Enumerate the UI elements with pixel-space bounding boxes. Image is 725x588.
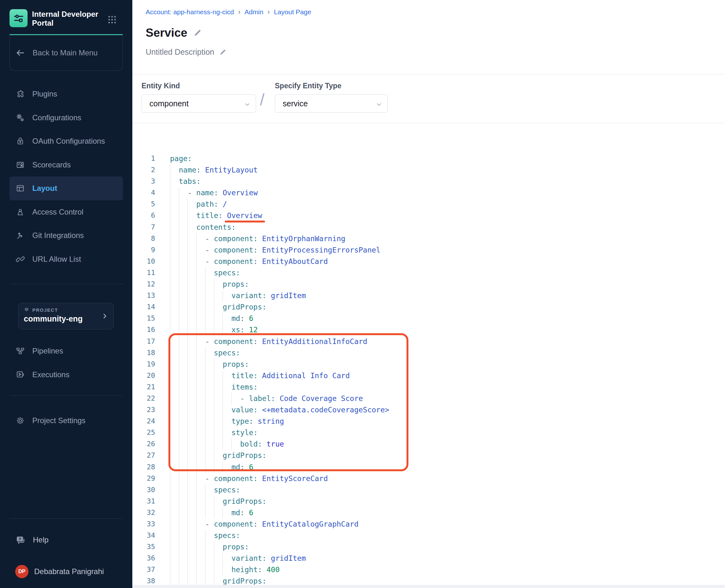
- sidebar-item-layout[interactable]: Layout: [9, 176, 123, 200]
- indent-guide: [187, 393, 188, 404]
- back-to-main-menu[interactable]: Back to Main Menu: [9, 34, 123, 71]
- sidebar-item-url-allow-list[interactable]: URL Allow List: [9, 248, 123, 271]
- breadcrumb-link-account-app-harness-ng-cicd[interactable]: Account: app-harness-ng-cicd: [146, 8, 234, 16]
- indent-guide: [179, 267, 179, 278]
- sidebar: Internal Developer Portal Back to Main M…: [0, 0, 132, 588]
- sidebar-item-executions[interactable]: Executions: [9, 363, 123, 387]
- line-number: 19: [132, 359, 155, 370]
- admin-nav: PluginsConfigurationsOAuth Configuration…: [9, 82, 123, 271]
- entity-type-select[interactable]: service: [275, 94, 388, 113]
- code-content: - label: Code Coverage Score: [170, 393, 363, 404]
- indent-guide: [179, 198, 179, 210]
- indent-guide: [196, 233, 196, 244]
- indent-guide: [196, 507, 196, 518]
- indent-guide: [170, 530, 170, 541]
- edit-description-button[interactable]: [219, 48, 227, 56]
- breadcrumb-separator: ›: [268, 7, 270, 16]
- entity-kind-select[interactable]: component: [142, 94, 256, 113]
- gears-icon: [15, 113, 25, 123]
- yaml-editor[interactable]: 1page:2name: EntityLayout3tabs:4- name: …: [132, 153, 725, 587]
- indent-guide: [196, 290, 196, 301]
- user-menu[interactable]: DP Debabrata Panigrahi: [9, 560, 123, 583]
- sidebar-item-scorecards[interactable]: Scorecards: [9, 153, 123, 177]
- indent-guide: [179, 187, 179, 198]
- indent-guide: [196, 461, 196, 473]
- sidebar-item-label: Git Integrations: [32, 231, 84, 240]
- indent-guide: [214, 507, 214, 518]
- yaml-key: tabs:: [179, 177, 201, 186]
- indent-guide: [179, 530, 179, 541]
- avatar: DP: [15, 565, 28, 578]
- project-name: community-eng: [24, 314, 108, 323]
- edit-title-button[interactable]: [193, 28, 202, 37]
- project-label: PROJECT: [32, 307, 58, 313]
- line-number: 17: [132, 336, 155, 347]
- sidebar-item-pipelines[interactable]: Pipelines: [9, 339, 123, 363]
- yaml-key: specs:: [214, 269, 240, 277]
- line-number: 31: [132, 496, 155, 507]
- sidebar-item-access-control[interactable]: Access Control: [9, 200, 123, 224]
- indent-guide: [223, 324, 223, 335]
- yaml-value: EntityAboutCard: [262, 257, 328, 266]
- code-line: 4- name: Overview: [132, 187, 725, 198]
- indent-guide: [179, 461, 179, 473]
- yaml-value: gridItem: [271, 554, 306, 562]
- yaml-dash: -: [205, 234, 214, 243]
- project-selector[interactable]: PROJECT community-eng: [18, 303, 113, 330]
- code-line: 14gridProps:: [132, 301, 725, 313]
- sidebar-item-git-integrations[interactable]: Git Integrations: [9, 224, 123, 248]
- indent-guide: [196, 324, 196, 335]
- scorecard-icon: [15, 160, 25, 170]
- code-content: md: 6: [170, 313, 253, 324]
- sidebar-item-oauth-configurations[interactable]: OAuth Configurations: [9, 129, 123, 153]
- help-item[interactable]: ? Help: [9, 528, 123, 552]
- entity-kind-value: component: [149, 99, 189, 108]
- indent-guide: [179, 233, 179, 244]
- line-number: 25: [132, 427, 155, 438]
- indent-guide: [187, 301, 188, 313]
- code-content: specs:: [170, 267, 240, 278]
- line-number: 28: [132, 461, 155, 473]
- breadcrumb-link-admin[interactable]: Admin: [244, 8, 264, 16]
- sidebar-item-label: Executions: [32, 370, 69, 379]
- indent-guide: [196, 496, 196, 507]
- indent-guide: [170, 222, 170, 233]
- git-branch-icon: [15, 230, 25, 240]
- indent-guide: [214, 393, 214, 404]
- sidebar-item-project-settings[interactable]: Project Settings: [9, 409, 123, 433]
- indent-guide: [196, 370, 196, 381]
- indent-guide: [170, 473, 170, 484]
- entity-type-label: Specify Entity Type: [275, 82, 341, 90]
- indent-guide: [214, 416, 214, 427]
- indent-guide: [170, 381, 170, 393]
- app-grid-icon[interactable]: [107, 15, 117, 25]
- idp-logo-icon: [9, 9, 27, 27]
- yaml-key: items:: [231, 383, 258, 391]
- indent-guide: [196, 244, 196, 256]
- code-line: 8- component: EntityOrphanWarning: [132, 233, 725, 244]
- play-square-icon: [15, 370, 25, 380]
- indent-guide: [214, 427, 214, 438]
- code-content: gridProps:: [170, 496, 267, 507]
- indent-guide: [196, 336, 196, 347]
- indent-guide: [179, 347, 179, 359]
- code-line: 29- component: EntityScoreCard: [132, 473, 725, 484]
- indent-guide: [179, 359, 179, 370]
- indent-guide: [196, 301, 196, 313]
- indent-guide: [196, 393, 196, 404]
- code-line: 1page:: [132, 153, 725, 164]
- sidebar-item-configurations[interactable]: Configurations: [9, 106, 123, 130]
- yaml-key: bold:: [240, 440, 262, 448]
- code-content: contents:: [170, 222, 236, 233]
- indent-guide: [187, 233, 188, 244]
- code-content: variant: gridItem: [170, 290, 306, 301]
- code-content: gridProps:: [170, 301, 267, 313]
- indent-guide: [170, 484, 170, 496]
- indent-guide: [170, 393, 170, 404]
- indent-guide: [196, 530, 196, 541]
- yaml-key: page:: [170, 154, 192, 163]
- breadcrumb-link-layout-page[interactable]: Layout Page: [274, 8, 311, 16]
- indent-guide: [187, 438, 188, 450]
- sidebar-item-plugins[interactable]: Plugins: [9, 82, 123, 106]
- indent-guide: [170, 198, 170, 210]
